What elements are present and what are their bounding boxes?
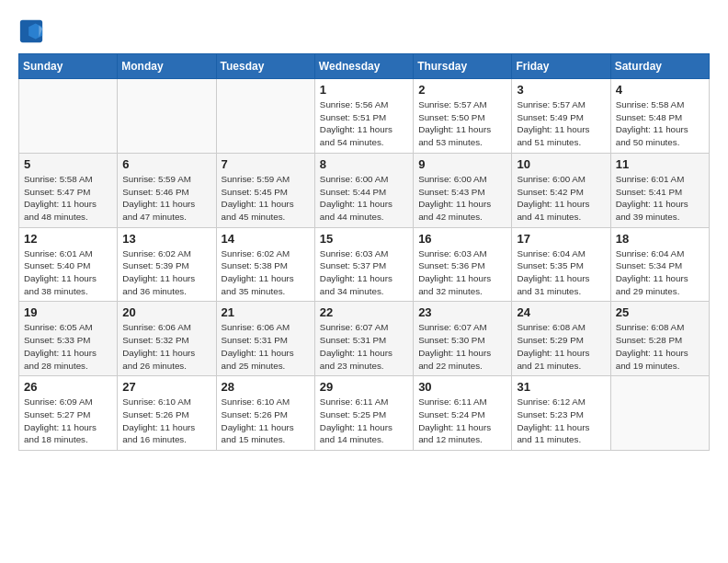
day-number: 22 [320, 305, 408, 319]
day-info: Sunrise: 6:00 AMSunset: 5:42 PMDaylight:… [517, 173, 605, 224]
day-number: 12 [24, 232, 112, 246]
day-info: Sunrise: 6:08 AMSunset: 5:29 PMDaylight:… [517, 321, 605, 372]
day-info: Sunrise: 6:01 AMSunset: 5:40 PMDaylight:… [24, 247, 112, 298]
calendar-cell: 23Sunrise: 6:07 AMSunset: 5:30 PMDayligh… [414, 302, 512, 376]
week-row-3: 12Sunrise: 6:01 AMSunset: 5:40 PMDayligh… [19, 227, 710, 302]
week-row-5: 26Sunrise: 6:09 AMSunset: 5:27 PMDayligh… [19, 376, 710, 451]
calendar-cell [118, 79, 216, 154]
calendar-cell: 10Sunrise: 6:00 AMSunset: 5:42 PMDayligh… [512, 153, 610, 227]
day-info: Sunrise: 6:01 AMSunset: 5:41 PMDaylight:… [616, 173, 704, 224]
calendar-cell: 14Sunrise: 6:02 AMSunset: 5:38 PMDayligh… [216, 227, 314, 302]
calendar-cell: 17Sunrise: 6:04 AMSunset: 5:35 PMDayligh… [512, 227, 610, 302]
week-row-4: 19Sunrise: 6:05 AMSunset: 5:33 PMDayligh… [19, 302, 710, 376]
calendar-cell: 18Sunrise: 6:04 AMSunset: 5:34 PMDayligh… [610, 227, 709, 302]
calendar-cell: 7Sunrise: 5:59 AMSunset: 5:45 PMDaylight… [216, 153, 314, 227]
day-number: 27 [122, 380, 210, 394]
day-info: Sunrise: 6:10 AMSunset: 5:26 PMDaylight:… [122, 396, 210, 446]
calendar-cell: 8Sunrise: 6:00 AMSunset: 5:44 PMDaylight… [314, 153, 413, 227]
calendar-cell [19, 79, 118, 154]
day-info: Sunrise: 5:56 AMSunset: 5:51 PMDaylight:… [320, 98, 408, 149]
day-number: 23 [418, 305, 506, 319]
day-number: 3 [517, 83, 605, 97]
day-header-wednesday: Wednesday [314, 54, 413, 79]
calendar-cell: 28Sunrise: 6:10 AMSunset: 5:26 PMDayligh… [216, 376, 314, 451]
day-header-thursday: Thursday [414, 54, 512, 79]
day-number: 10 [517, 157, 605, 171]
day-info: Sunrise: 6:04 AMSunset: 5:34 PMDaylight:… [616, 247, 704, 298]
day-info: Sunrise: 6:11 AMSunset: 5:25 PMDaylight:… [320, 396, 408, 446]
day-number: 20 [122, 305, 210, 319]
calendar-cell: 9Sunrise: 6:00 AMSunset: 5:43 PMDaylight… [414, 153, 512, 227]
day-number: 18 [616, 232, 704, 246]
day-info: Sunrise: 6:06 AMSunset: 5:32 PMDaylight:… [122, 321, 210, 372]
day-info: Sunrise: 6:08 AMSunset: 5:28 PMDaylight:… [616, 321, 704, 372]
day-number: 28 [222, 380, 310, 394]
day-info: Sunrise: 6:03 AMSunset: 5:37 PMDaylight:… [320, 247, 408, 298]
logo [18, 18, 50, 44]
week-row-1: 1Sunrise: 5:56 AMSunset: 5:51 PMDaylight… [19, 79, 710, 154]
day-info: Sunrise: 5:58 AMSunset: 5:48 PMDaylight:… [616, 98, 704, 149]
day-info: Sunrise: 6:04 AMSunset: 5:35 PMDaylight:… [517, 247, 605, 298]
day-number: 7 [222, 157, 310, 171]
day-number: 13 [122, 232, 210, 246]
week-row-2: 5Sunrise: 5:58 AMSunset: 5:47 PMDaylight… [19, 153, 710, 227]
calendar-cell: 20Sunrise: 6:06 AMSunset: 5:32 PMDayligh… [118, 302, 216, 376]
day-number: 6 [122, 157, 210, 171]
calendar-cell: 30Sunrise: 6:11 AMSunset: 5:24 PMDayligh… [414, 376, 512, 451]
calendar-cell: 12Sunrise: 6:01 AMSunset: 5:40 PMDayligh… [19, 227, 118, 302]
calendar-cell: 2Sunrise: 5:57 AMSunset: 5:50 PMDaylight… [414, 79, 512, 154]
calendar-cell [610, 376, 709, 451]
day-info: Sunrise: 6:07 AMSunset: 5:31 PMDaylight:… [320, 321, 408, 372]
day-info: Sunrise: 6:03 AMSunset: 5:36 PMDaylight:… [418, 247, 506, 298]
day-info: Sunrise: 6:09 AMSunset: 5:27 PMDaylight:… [24, 396, 112, 446]
calendar-cell: 3Sunrise: 5:57 AMSunset: 5:49 PMDaylight… [512, 79, 610, 154]
day-number: 21 [222, 305, 310, 319]
calendar-cell: 11Sunrise: 6:01 AMSunset: 5:41 PMDayligh… [610, 153, 709, 227]
calendar-cell: 22Sunrise: 6:07 AMSunset: 5:31 PMDayligh… [314, 302, 413, 376]
day-number: 24 [517, 305, 605, 319]
day-number: 9 [418, 157, 506, 171]
day-number: 14 [222, 232, 310, 246]
day-number: 1 [320, 83, 408, 97]
day-number: 26 [24, 380, 112, 394]
calendar-cell: 19Sunrise: 6:05 AMSunset: 5:33 PMDayligh… [19, 302, 118, 376]
calendar-cell: 6Sunrise: 5:59 AMSunset: 5:46 PMDaylight… [118, 153, 216, 227]
calendar-cell: 15Sunrise: 6:03 AMSunset: 5:37 PMDayligh… [314, 227, 413, 302]
day-info: Sunrise: 6:05 AMSunset: 5:33 PMDaylight:… [24, 321, 112, 372]
calendar-cell: 29Sunrise: 6:11 AMSunset: 5:25 PMDayligh… [314, 376, 413, 451]
day-number: 8 [320, 157, 408, 171]
calendar-cell: 25Sunrise: 6:08 AMSunset: 5:28 PMDayligh… [610, 302, 709, 376]
day-header-monday: Monday [118, 54, 216, 79]
day-number: 11 [616, 157, 704, 171]
day-number: 16 [418, 232, 506, 246]
calendar-cell: 24Sunrise: 6:08 AMSunset: 5:29 PMDayligh… [512, 302, 610, 376]
day-info: Sunrise: 6:06 AMSunset: 5:31 PMDaylight:… [222, 321, 310, 372]
calendar-cell: 4Sunrise: 5:58 AMSunset: 5:48 PMDaylight… [610, 79, 709, 154]
calendar-table: SundayMondayTuesdayWednesdayThursdayFrid… [18, 53, 710, 451]
day-number: 31 [517, 380, 605, 394]
day-header-sunday: Sunday [19, 54, 118, 79]
day-info: Sunrise: 5:59 AMSunset: 5:46 PMDaylight:… [122, 173, 210, 224]
day-info: Sunrise: 5:59 AMSunset: 5:45 PMDaylight:… [222, 173, 310, 224]
day-info: Sunrise: 6:02 AMSunset: 5:38 PMDaylight:… [222, 247, 310, 298]
calendar-cell: 16Sunrise: 6:03 AMSunset: 5:36 PMDayligh… [414, 227, 512, 302]
calendar-cell: 5Sunrise: 5:58 AMSunset: 5:47 PMDaylight… [19, 153, 118, 227]
day-number: 4 [616, 83, 704, 97]
day-info: Sunrise: 6:10 AMSunset: 5:26 PMDaylight:… [222, 396, 310, 446]
day-number: 30 [418, 380, 506, 394]
calendar-cell: 26Sunrise: 6:09 AMSunset: 5:27 PMDayligh… [19, 376, 118, 451]
day-number: 5 [24, 157, 112, 171]
day-info: Sunrise: 5:58 AMSunset: 5:47 PMDaylight:… [24, 173, 112, 224]
logo-icon [18, 18, 44, 44]
day-number: 15 [320, 232, 408, 246]
day-info: Sunrise: 6:00 AMSunset: 5:44 PMDaylight:… [320, 173, 408, 224]
calendar-cell [216, 79, 314, 154]
day-number: 2 [418, 83, 506, 97]
day-header-row: SundayMondayTuesdayWednesdayThursdayFrid… [19, 54, 710, 79]
day-header-friday: Friday [512, 54, 610, 79]
calendar-cell: 21Sunrise: 6:06 AMSunset: 5:31 PMDayligh… [216, 302, 314, 376]
calendar-cell: 1Sunrise: 5:56 AMSunset: 5:51 PMDaylight… [314, 79, 413, 154]
day-info: Sunrise: 5:57 AMSunset: 5:50 PMDaylight:… [418, 98, 506, 149]
day-header-saturday: Saturday [610, 54, 709, 79]
day-number: 29 [320, 380, 408, 394]
